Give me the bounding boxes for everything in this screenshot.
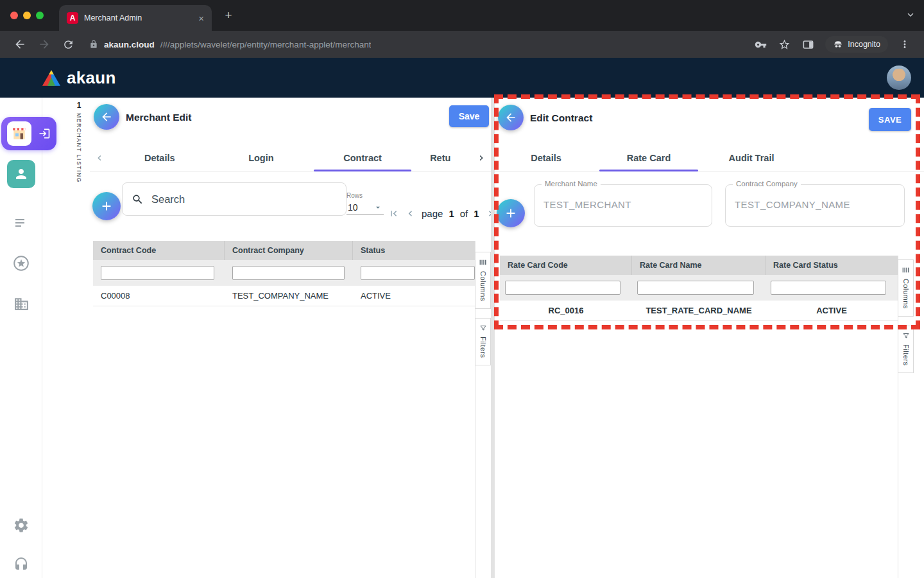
url-host: akaun.cloud (104, 40, 155, 49)
search-box (122, 182, 346, 216)
contract-company-field: Contract Company TEST_COMPANY_NAME (725, 184, 905, 227)
filters-side-tab[interactable]: Filters (475, 318, 491, 365)
window-minimize-button[interactable] (23, 12, 31, 19)
tab-bar: Details Rate Card Audit Trail (495, 144, 924, 171)
total-pages: 1 (474, 208, 479, 219)
sidebar-item-list[interactable] (12, 214, 30, 232)
lock-icon (89, 40, 98, 49)
passwords-key-icon[interactable] (755, 39, 767, 51)
columns-side-tab[interactable]: Columns (898, 259, 914, 317)
building-icon (13, 296, 30, 312)
merchant-name-field: Merchant Name TEST_MERCHANT (534, 184, 712, 227)
table-filter-row (500, 275, 898, 301)
storefront-icon (7, 121, 31, 146)
incognito-icon (833, 39, 843, 49)
browser-toolbar: akaun.cloud /#/applets/wavelet/erp/entit… (0, 31, 924, 58)
table-row[interactable]: RC_0016 TEST_RATE_CARD_NAME ACTIVE (500, 301, 898, 321)
incognito-badge: Incognito (825, 36, 888, 53)
sidebar-item-profile[interactable] (7, 160, 35, 188)
tab-details[interactable]: Details (495, 144, 597, 171)
listing-text: MERCHANT LISTING (76, 113, 82, 183)
sidebar-item-settings[interactable] (12, 516, 30, 534)
back-button[interactable] (94, 104, 119, 130)
rows-select[interactable]: 10 (346, 199, 384, 215)
columns-side-tab[interactable]: Columns (475, 252, 491, 309)
window-zoom-button[interactable] (36, 12, 44, 19)
address-bar[interactable]: akaun.cloud /#/applets/wavelet/erp/entit… (89, 40, 749, 49)
screen: A Merchant Admin × + akaun.cloud /#/appl… (0, 0, 924, 578)
caret-down-icon (373, 203, 382, 212)
sidebar-item-favorites[interactable] (12, 254, 30, 272)
merchant-listing-label: 1 MERCHANT LISTING (71, 101, 87, 183)
rows-per-page: Rows 10 (346, 192, 384, 215)
back-button[interactable] (498, 105, 524, 130)
tabs-scroll-left-icon[interactable] (90, 144, 109, 171)
tab-search-chevron-icon[interactable] (905, 9, 916, 23)
table-header-row: Contract Code Contract Company Status (93, 241, 475, 260)
back-arrow-icon (100, 110, 113, 123)
edit-contract-panel: Edit Contract SAVE Details Rate Card Aud… (495, 98, 924, 578)
window-close-button[interactable] (10, 12, 18, 19)
user-avatar[interactable] (887, 66, 911, 90)
tab-contract[interactable]: Contract (312, 144, 413, 171)
new-tab-button[interactable]: + (221, 8, 236, 23)
first-page-icon[interactable] (388, 208, 399, 219)
merchant-name-value: TEST_MERCHANT (543, 199, 631, 210)
filter-input-status[interactable] (361, 266, 475, 280)
tab-details[interactable]: Details (109, 144, 210, 171)
filter-icon (479, 324, 487, 332)
forward-icon[interactable] (38, 38, 51, 51)
side-panel-icon[interactable] (802, 39, 814, 51)
bookmark-star-icon[interactable] (778, 39, 791, 51)
sidebar-item-organization[interactable] (12, 295, 30, 313)
tab-rate-card[interactable]: Rate Card (597, 144, 700, 171)
url-path: /#/applets/wavelet/erp/entity/merchant-a… (160, 40, 372, 49)
tab-close-icon[interactable]: × (197, 13, 205, 24)
tab-favicon: A (67, 12, 78, 24)
tabs-scroll-right-icon[interactable] (472, 144, 491, 171)
table-row[interactable]: C00008 TEST_COMPANY_NAME ACTIVE (93, 286, 475, 306)
current-page: 1 (449, 208, 454, 219)
add-contract-button[interactable] (92, 192, 121, 220)
app-header: akaun (0, 58, 924, 98)
add-rate-card-button[interactable] (497, 199, 525, 227)
table-side-tabs: Columns Filters (898, 259, 914, 373)
filter-input-rate-card-name[interactable] (637, 281, 754, 295)
tab-returns[interactable]: Retu (413, 144, 472, 171)
list-icon (13, 215, 29, 231)
star-circle-icon (13, 255, 30, 272)
filter-input-contract-company[interactable] (232, 266, 345, 280)
columns-icon (479, 258, 487, 267)
side-nav (0, 98, 42, 578)
tab-audit-trail[interactable]: Audit Trail (700, 144, 803, 171)
plus-icon (504, 206, 518, 220)
sidebar-item-support[interactable] (12, 556, 30, 574)
back-arrow-icon (504, 111, 517, 124)
search-input[interactable] (150, 193, 337, 206)
person-icon (13, 166, 29, 182)
filter-input-rate-card-status[interactable] (771, 281, 886, 295)
reload-icon[interactable] (62, 39, 74, 51)
akaun-logo[interactable]: akaun (41, 68, 116, 88)
browser-menu-kebab-icon[interactable] (899, 39, 911, 50)
filter-input-rate-card-code[interactable] (505, 281, 620, 295)
contract-table: Contract Code Contract Company Status C0… (93, 241, 475, 306)
rows-label: Rows (346, 192, 384, 199)
table-side-tabs: Columns Filters (475, 252, 491, 365)
save-button[interactable]: SAVE (869, 108, 911, 131)
tab-bar: Details Login Contract Retu (90, 144, 491, 171)
browser-tab[interactable]: A Merchant Admin × (59, 5, 212, 31)
back-icon[interactable] (13, 38, 26, 51)
filters-side-tab[interactable]: Filters (898, 326, 914, 373)
listing-index: 1 (77, 101, 81, 110)
save-button[interactable]: Save (449, 105, 489, 127)
tab-title: Merchant Admin (84, 13, 197, 22)
sidebar-item-merchant-applet[interactable] (1, 117, 56, 150)
login-arrow-icon (38, 127, 51, 140)
tab-login[interactable]: Login (210, 144, 312, 171)
search-icon (132, 193, 144, 206)
filter-input-contract-code[interactable] (101, 266, 214, 280)
prev-page-icon[interactable] (405, 208, 416, 219)
browser-tab-strip: A Merchant Admin × + (0, 0, 924, 31)
headset-icon (13, 557, 29, 572)
